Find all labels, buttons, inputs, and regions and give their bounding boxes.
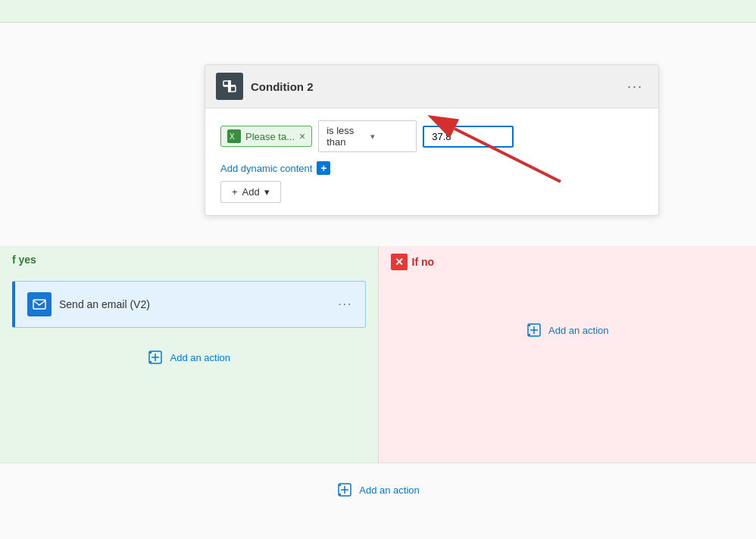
branch-no-x-icon: ✕ <box>391 254 408 270</box>
svg-text:X: X <box>230 132 235 141</box>
condition-row: X Please ta... × is less than ▾ <box>220 120 643 152</box>
add-dynamic-label: Add dynamic content <box>220 163 312 174</box>
condition-tag-pill: X Please ta... × <box>220 126 312 147</box>
plus-icon: + <box>317 161 330 175</box>
condition-icon <box>216 73 243 100</box>
svg-rect-3 <box>230 86 236 92</box>
condition-header: Condition 2 ··· <box>205 65 658 108</box>
branch-no-label: ✕ If no <box>379 246 757 278</box>
main-canvas: Condition 2 ··· X Please ta... × is less… <box>0 23 756 539</box>
condition-value-input[interactable] <box>423 126 514 148</box>
condition-menu-button[interactable]: ··· <box>623 77 648 96</box>
add-action-yes-button[interactable]: Add an action <box>135 343 242 372</box>
branch-no: ✕ If no Add an action <box>379 246 757 466</box>
branch-yes: f yes Send an email (V2) ··· <box>0 246 379 466</box>
svg-rect-6 <box>33 300 45 309</box>
add-action-yes-label: Add an action <box>170 352 230 363</box>
branches-container: f yes Send an email (V2) ··· <box>0 246 756 466</box>
add-plus-icon: + <box>232 186 238 198</box>
send-email-title: Send an email (V2) <box>59 298 150 310</box>
add-action-bottom-label: Add an action <box>359 484 420 496</box>
condition-title: Condition 2 <box>251 80 623 93</box>
branch-yes-text: f yes <box>12 254 36 266</box>
add-action-bottom-icon <box>336 481 353 498</box>
condition-icon-svg <box>222 79 237 94</box>
condition-body: X Please ta... × is less than ▾ Add dyna… <box>205 108 658 215</box>
add-action-no-icon <box>526 322 542 338</box>
tag-close-button[interactable]: × <box>299 131 305 142</box>
branch-yes-label: f yes <box>0 246 378 273</box>
tag-excel-icon: X <box>227 129 241 143</box>
send-email-menu-button[interactable]: ··· <box>338 298 352 311</box>
tag-label: Please ta... <box>245 131 295 142</box>
condition-card: Condition 2 ··· X Please ta... × is less… <box>205 64 659 216</box>
top-bar <box>0 0 756 23</box>
add-action-bottom-button[interactable]: Add an action <box>324 475 432 504</box>
email-icon <box>27 292 52 316</box>
operator-select[interactable]: is less than ▾ <box>318 120 417 152</box>
add-action-no-button[interactable]: Add an action <box>514 316 621 344</box>
add-dynamic-content-button[interactable]: Add dynamic content + <box>220 161 330 175</box>
branch-no-text: If no <box>412 256 435 268</box>
add-action-no-label: Add an action <box>548 325 609 336</box>
add-chevron-icon: ▾ <box>264 186 270 198</box>
send-email-card: Send an email (V2) ··· <box>12 281 366 328</box>
operator-label: is less than <box>326 125 364 148</box>
add-button[interactable]: + Add ▾ <box>220 181 281 203</box>
bottom-add-section: Add an action <box>0 463 756 516</box>
add-button-label: Add <box>242 186 260 198</box>
add-action-yes-icon <box>147 349 164 366</box>
chevron-down-icon: ▾ <box>370 132 408 142</box>
